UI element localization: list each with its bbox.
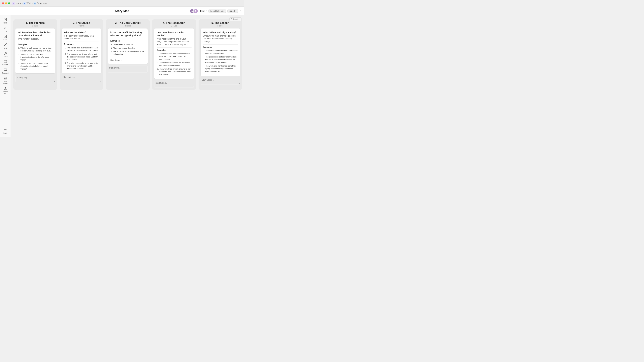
breadcrumb-sep-2: › [32,2,33,4]
trash-label: Trash [3,132,8,134]
column-icon [4,60,7,63]
sidebar-item-column[interactable]: Column [1,59,10,67]
minimize-button[interactable] [5,2,7,4]
story-map: 1. The Premise 3 cards In 20 words or le… [14,18,242,90]
secret-link-button[interactable]: Secret link: on ▾ [208,9,226,13]
breadcrumb-home[interactable]: Home [16,2,21,4]
lesson-count: 3 cards [200,25,240,27]
svg-rect-13 [6,60,7,63]
topbar-actions: A B Team ▾ Secret link: on ▾ Export ▾ ⤢ [190,9,242,13]
chevron-down-icon-secret: ▾ [223,10,224,12]
close-button[interactable] [2,2,4,4]
list-item: What if a witch who suffers from dementi… [20,62,53,70]
premise-title: 1. The Premise [16,21,55,24]
traffic-lights [2,2,10,4]
resolution-card: How does the core conflict resolve? What… [154,28,194,79]
column-label: Column [2,64,8,66]
conflict-input[interactable] [108,65,148,72]
resolution-examples-list: The nerds take over the school and treat… [157,52,192,76]
premise-header: 1. The Premise 3 cards [16,21,55,27]
stakes-input[interactable] [62,75,101,82]
sidebar-item-comment[interactable]: Comment [1,67,10,75]
stakes-title: 2. The Stakes [62,21,101,24]
add-image-icon [4,76,7,80]
chevron-down-icon: ▾ [206,10,207,12]
premise-subtitle: Try a "what if" question. [18,37,53,40]
upload-file-icon [4,87,7,90]
comment-label: Comment [2,72,9,74]
expand-button[interactable]: ⤢ [240,10,242,12]
resolution-divider [157,47,192,48]
note-label: Note [4,22,7,24]
export-button[interactable]: Export ▾ [228,9,238,13]
secret-link-label: Secret link: on [210,10,223,12]
resolution-input[interactable] [154,81,194,88]
team-label: Team [200,10,205,12]
list-item: The witch finds a work-around to her dem… [159,67,192,76]
sidebar-item-link[interactable]: Link [1,25,10,33]
page-title: Story Map [115,9,129,13]
svg-rect-12 [5,60,6,63]
sidebar-item-note[interactable]: Note [1,17,10,25]
resolution-subtitle: What happens at the end of your story? D… [157,37,192,46]
list-item: The advance of dementia versus an aging … [113,50,145,56]
titlebar: ⊗ Home › ▣ Work › ▦ Story Map [0,0,244,7]
trash-icon [4,128,7,132]
column-premise: 1. The Premise 3 cards In 20 words or le… [14,19,57,90]
svg-rect-9 [4,52,5,54]
list-item: Murderer versus detective [113,46,145,49]
conflict-divider [110,38,145,38]
list-item: The pessimistic detective learns that th… [205,55,238,64]
team-button[interactable]: Team ▾ [200,10,207,12]
sidebar-item-board[interactable]: Board [1,50,10,58]
breadcrumb-work[interactable]: Work [26,2,32,4]
todo-icon [4,34,7,38]
sidebar-item-trash[interactable]: Trash [1,127,10,135]
list-item: The detective catches the murderer befor… [159,61,192,67]
sidebar: Note Link To-do [0,15,11,137]
lesson-title: 5. The Lesson [200,21,240,24]
chevron-down-icon-export: ▾ [235,10,236,12]
stakes-examples-list: The bullies take over the school and cau… [64,46,99,70]
resolution-question: How does the core conflict resolve? [157,31,192,37]
add-image-label: Add image [2,81,9,84]
note-icon [4,18,7,21]
list-item: The nerds and bullies learn to respect d… [205,49,238,55]
lesson-input[interactable] [200,78,240,85]
list-item: What if a cynical detective investigates… [20,53,53,61]
sidebar-item-todo[interactable]: To-do [1,33,10,41]
conflict-header: 3. The Core Conflict 3 cards [108,21,148,27]
stakes-card: What are the stakes? If the story ended … [62,28,101,73]
conflict-count: 3 cards [108,25,148,27]
breadcrumb-story-map[interactable]: Story Map [37,2,47,4]
premise-input[interactable] [16,75,55,82]
column-stakes: 2. The Stakes 3 cards What are the stake… [60,19,103,90]
maximize-button[interactable] [8,2,10,4]
content-area: 0 Unsorted 1. The Premise 3 cards In 20 … [11,15,244,137]
svg-rect-10 [6,52,7,53]
svg-rect-15 [4,77,7,79]
sidebar-item-upload-file[interactable]: Upload file [1,86,10,95]
premise-examples-label: Examples [18,43,53,45]
main-layout: Note Link To-do [0,15,244,137]
conflict-card: In the core conflict of the story, what … [108,28,148,64]
list-item: The witch succumbs to her dementia and f… [67,62,99,70]
lesson-examples-list: The nerds and bullies learn to respect d… [203,49,238,73]
column-lesson: 5. The Lesson 3 cards What is the moral … [198,19,242,90]
link-icon [4,26,7,30]
premise-question: In 20 words or less, what is this novel … [18,31,53,37]
breadcrumb: ⊗ Home › ▣ Work › ▦ Story Map [12,2,47,5]
work-icon: ▣ [23,2,26,5]
resolution-title: 4. The Resolution [154,21,194,24]
avatar-2: B [193,9,198,13]
conflict-input-inline[interactable] [110,59,145,61]
breadcrumb-sep-1: › [22,2,23,4]
stakes-count: 3 cards [62,25,101,27]
sidebar-item-line[interactable]: Line [1,42,10,50]
svg-rect-11 [4,60,5,63]
list-item: Bullies versus nerdy kid [113,43,145,46]
lesson-header: 5. The Lesson 3 cards [200,21,240,27]
premise-card: In 20 words or less, what is this novel … [16,28,55,73]
sidebar-item-add-image[interactable]: Add image [1,75,10,85]
lesson-subtitle: What will the main character(s) learn, a… [203,34,238,43]
